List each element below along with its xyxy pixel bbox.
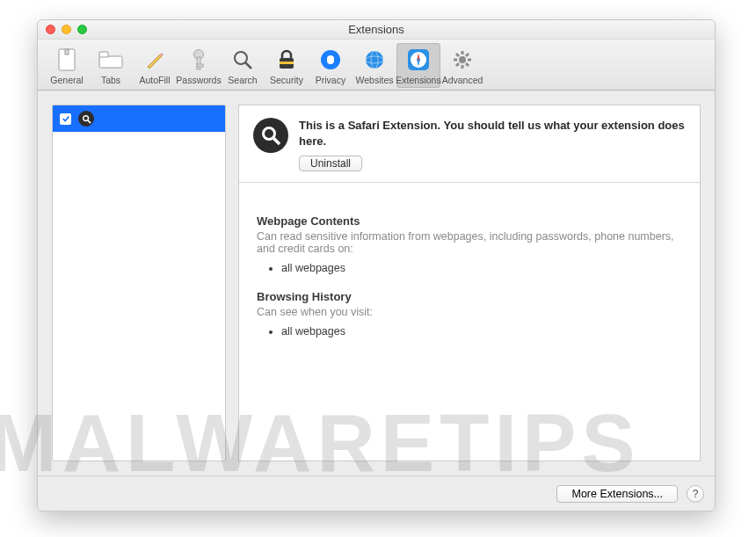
svg-line-24: [466, 63, 469, 66]
websites-icon: [361, 47, 388, 73]
advanced-icon: [449, 47, 476, 73]
svg-point-18: [459, 56, 466, 63]
permission-subtitle: Can read sensitive information from webp…: [257, 230, 682, 255]
tab-passwords[interactable]: Passwords: [177, 43, 221, 88]
tab-label: Privacy: [316, 75, 345, 85]
extension-list-item[interactable]: [53, 105, 225, 132]
svg-rect-1: [65, 49, 69, 54]
uninstall-button[interactable]: Uninstall: [299, 156, 362, 171]
general-icon: [54, 47, 80, 73]
tab-general[interactable]: General: [45, 43, 89, 88]
extension-detail-panel: This is a Safari Extension. You should t…: [238, 105, 701, 461]
tab-search[interactable]: Search: [221, 43, 265, 88]
tab-websites[interactable]: Websites: [353, 43, 396, 88]
svg-rect-5: [197, 57, 200, 69]
more-extensions-button[interactable]: More Extensions...: [556, 485, 678, 503]
extension-checkbox[interactable]: [60, 113, 71, 125]
tab-label: General: [50, 75, 83, 85]
autofill-icon: [142, 47, 168, 73]
tab-extensions[interactable]: Extensions: [396, 43, 440, 88]
search-icon: [253, 118, 288, 153]
preferences-window: Extensions General Tabs AutoFill Passwor…: [37, 19, 716, 512]
permission-title: Browsing History: [257, 290, 682, 303]
preferences-toolbar: General Tabs AutoFill Passwords Search: [38, 40, 715, 91]
permission-subtitle: Can see when you visit:: [257, 306, 682, 318]
svg-line-23: [456, 54, 459, 56]
extensions-icon: [405, 47, 432, 73]
tab-label: Security: [270, 75, 303, 85]
security-icon: [273, 47, 300, 73]
svg-point-7: [235, 52, 247, 64]
permission-item: all webpages: [281, 260, 682, 276]
tab-label: Advanced: [442, 75, 483, 85]
svg-line-26: [466, 54, 469, 56]
search-icon: [78, 111, 94, 127]
tab-label: Extensions: [396, 75, 440, 85]
svg-point-29: [264, 128, 275, 140]
passwords-icon: [185, 47, 212, 73]
privacy-icon: [317, 47, 344, 73]
tab-label: Tabs: [101, 75, 120, 85]
tab-label: AutoFill: [139, 75, 170, 85]
svg-point-13: [366, 51, 383, 69]
extension-header: This is a Safari Extension. You should t…: [239, 105, 700, 183]
svg-rect-12: [327, 55, 334, 64]
window-title: Extensions: [38, 23, 715, 36]
tab-security[interactable]: Security: [265, 43, 309, 88]
tab-label: Websites: [356, 75, 394, 85]
svg-point-27: [83, 115, 88, 120]
permission-title: Webpage Contents: [257, 214, 682, 228]
extensions-sidebar: [52, 105, 226, 461]
svg-line-25: [456, 63, 459, 66]
content-area: This is a Safari Extension. You should t…: [38, 91, 715, 475]
title-bar: Extensions: [38, 20, 715, 40]
search-pref-icon: [229, 47, 256, 73]
footer-bar: More Extensions... ?: [38, 475, 715, 511]
extension-description: This is a Safari Extension. You should t…: [299, 118, 686, 149]
svg-rect-10: [280, 62, 294, 64]
svg-line-28: [87, 120, 90, 122]
svg-rect-6: [197, 64, 203, 67]
tab-label: Passwords: [176, 75, 221, 85]
svg-line-8: [245, 62, 251, 69]
tab-privacy[interactable]: Privacy: [309, 43, 353, 88]
permissions-section: Webpage Contents Can read sensitive info…: [239, 183, 700, 362]
svg-rect-3: [99, 52, 108, 57]
tab-advanced[interactable]: Advanced: [440, 43, 484, 88]
svg-line-30: [273, 138, 280, 144]
tab-label: Search: [228, 75, 257, 85]
svg-rect-2: [99, 56, 122, 68]
tab-autofill[interactable]: AutoFill: [133, 43, 177, 88]
tabs-icon: [98, 47, 124, 73]
tab-tabs[interactable]: Tabs: [89, 43, 133, 88]
help-button[interactable]: ?: [687, 485, 704, 503]
permission-item: all webpages: [281, 323, 682, 339]
